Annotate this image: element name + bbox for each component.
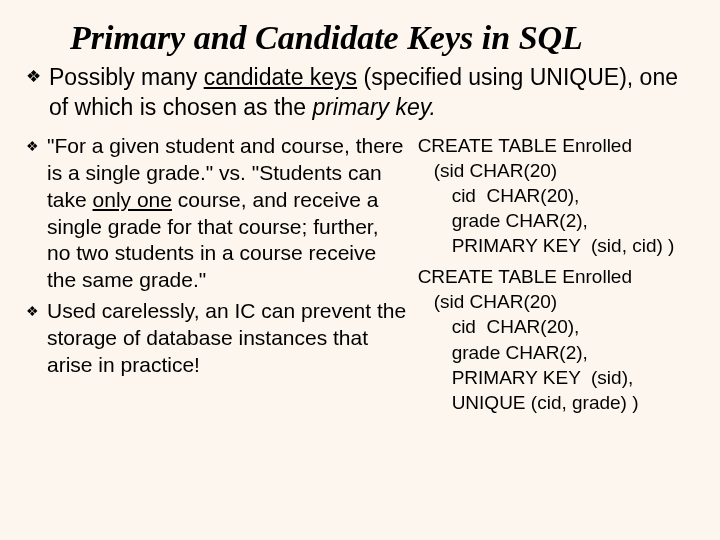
bullet-left-2-text: Used carelessly, an IC can prevent the s… [47,298,408,379]
text: CHAR [470,160,524,181]
sql-block-2: CREATE TABLE Enrolled (sid CHAR(20) cid … [418,264,694,414]
left-column: ❖ "For a given student and course, there… [26,133,408,421]
text: grade [452,210,506,231]
text: (sid [434,160,470,181]
text: (20) [523,291,557,312]
text: cid [452,185,487,206]
right-column: CREATE TABLE Enrolled (sid CHAR(20) cid … [418,133,694,421]
only-one-underline: only one [93,188,172,211]
candidate-keys-term: candidate keys [204,64,357,90]
text: Enrolled [562,135,632,156]
text: CREATE TABLE [418,266,563,287]
text: CHAR(20), [487,316,580,337]
text: CHAR [506,342,560,363]
text: (sid [434,291,470,312]
diamond-bullet-icon: ❖ [26,298,39,379]
text: cid [452,316,487,337]
diamond-bullet-icon: ❖ [26,133,39,294]
text: (cid, grade) ) [531,392,639,413]
sql-block-1: CREATE TABLE Enrolled (sid CHAR(20) cid … [418,133,694,258]
text: PRIMARY KEY [452,235,586,256]
primary-key-term: primary key. [312,94,436,120]
text: (2), [559,342,588,363]
text: (sid), [586,367,634,388]
slide-title: Primary and Candidate Keys in SQL [70,18,694,57]
text: CHAR [470,291,524,312]
unique-keyword: UNIQUE [530,64,619,90]
text: UNIQUE [452,392,531,413]
bullet-left-1-text: "For a given student and course, there i… [47,133,408,294]
text: CHAR [506,210,560,231]
text: CHAR(20), [487,185,580,206]
text: grade [452,342,506,363]
bullet-top-text: Possibly many candidate keys (specified … [49,63,694,123]
text: (20) [523,160,557,181]
bullet-left-2: ❖ Used carelessly, an IC can prevent the… [26,298,408,379]
bullet-top: ❖ Possibly many candidate keys (specifie… [26,63,694,123]
text: PRIMARY KEY [452,367,586,388]
diamond-bullet-icon: ❖ [26,63,41,123]
bullet-left-1: ❖ "For a given student and course, there… [26,133,408,294]
text: (specified using [357,64,530,90]
text: CREATE TABLE [418,135,563,156]
text: Possibly many [49,64,204,90]
text: (sid, cid) ) [586,235,675,256]
text: Enrolled [562,266,632,287]
text: (2), [559,210,588,231]
